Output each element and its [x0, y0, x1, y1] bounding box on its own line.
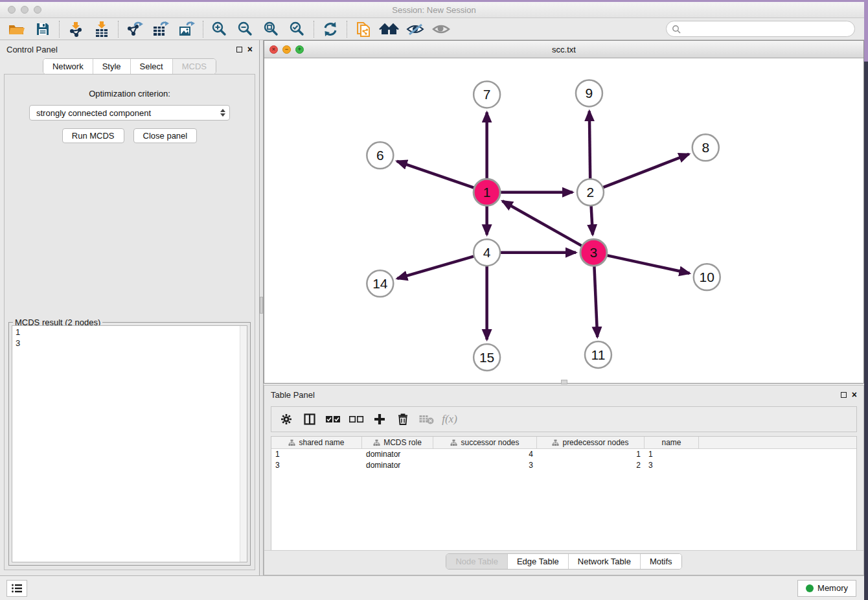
dropdown-stepper-icon [220, 109, 225, 117]
delete-column-button[interactable] [393, 410, 413, 429]
cell-successor-nodes[interactable]: 3 [433, 460, 537, 471]
eye-icon [431, 22, 451, 36]
cell-MCDS-role[interactable]: dominator [362, 449, 433, 460]
import-network-icon [67, 21, 84, 38]
desktop-edge-right [864, 2, 868, 62]
column-header-successor-nodes[interactable]: successor nodes [433, 437, 537, 448]
zoom-selected-button[interactable] [284, 19, 310, 39]
create-column-button[interactable] [370, 410, 389, 429]
graph-node-8[interactable]: 8 [692, 134, 719, 161]
tab-select[interactable]: Select [131, 59, 173, 74]
float-table-panel-icon[interactable] [841, 392, 847, 398]
network-resize-grip[interactable] [561, 380, 567, 384]
refresh-button[interactable] [317, 19, 343, 39]
save-session-button[interactable] [30, 19, 56, 39]
edge-3-10[interactable] [606, 255, 690, 273]
close-panel-button[interactable]: Close panel [133, 128, 198, 143]
memory-status-icon [806, 584, 814, 592]
close-panel-icon[interactable]: × [247, 45, 253, 54]
column-header-shared-name[interactable]: shared name [271, 437, 362, 448]
network-canvas[interactable]: 7968124314101511 [264, 58, 863, 383]
tab-style[interactable]: Style [93, 59, 131, 74]
show-column-button[interactable] [300, 410, 319, 429]
zoom-fit-button[interactable] [258, 19, 284, 39]
graph-node-15[interactable]: 15 [474, 344, 500, 371]
tab-mcds[interactable]: MCDS [173, 59, 216, 74]
cell-predecessor-nodes[interactable]: 1 [537, 449, 645, 460]
column-header-MCDS-role[interactable]: MCDS role [362, 437, 433, 448]
close-table-panel-icon[interactable]: × [852, 390, 857, 399]
column-header-name[interactable]: name [645, 437, 699, 448]
splitter-grip[interactable] [260, 297, 263, 314]
edge-3-11[interactable] [594, 264, 597, 337]
node-label: 1 [483, 185, 491, 200]
deselect-all-columns-button[interactable] [347, 410, 366, 429]
criterion-dropdown[interactable]: strongly connected component [29, 105, 230, 121]
search-field[interactable] [666, 21, 855, 37]
home-view-button[interactable] [376, 19, 402, 39]
edge-1-6[interactable] [397, 161, 475, 189]
tab-node-table[interactable]: Node Table [446, 554, 508, 569]
tab-edge-table[interactable]: Edge Table [508, 554, 569, 569]
cell-name[interactable]: 3 [645, 460, 699, 471]
export-table-button[interactable] [148, 19, 174, 39]
edge-2-3[interactable] [591, 204, 593, 235]
table-row[interactable]: 3dominator323 [271, 460, 856, 471]
edge-2-9[interactable] [589, 111, 590, 180]
tab-network[interactable]: Network [43, 59, 93, 74]
result-scrollbar[interactable] [240, 326, 247, 562]
delete-table-button[interactable] [417, 410, 436, 429]
mcds-result-text[interactable]: 1 3 [12, 325, 247, 562]
graph-node-2[interactable]: 2 [577, 179, 604, 205]
node-label: 7 [483, 87, 491, 102]
zoom-fit-icon [263, 21, 280, 38]
export-image-button[interactable] [174, 19, 200, 39]
graph-node-6[interactable]: 6 [367, 142, 393, 168]
table-tabs: Node TableEdge TableNetwork TableMotifs [264, 550, 863, 575]
table-row[interactable]: 1dominator411 [271, 449, 856, 460]
graph-node-7[interactable]: 7 [474, 81, 500, 108]
table-panel: Table Panel × [264, 385, 864, 575]
hide-selected-button[interactable] [402, 19, 428, 39]
graph-node-10[interactable]: 10 [694, 264, 720, 290]
duplicate-network-button[interactable] [350, 19, 376, 39]
cell-successor-nodes[interactable]: 4 [433, 449, 537, 460]
table-settings-button[interactable] [277, 410, 296, 429]
search-input[interactable] [684, 24, 849, 34]
cell-predecessor-nodes[interactable]: 2 [537, 460, 645, 471]
tab-network-table[interactable]: Network Table [569, 554, 641, 569]
graph-node-14[interactable]: 14 [367, 270, 393, 297]
task-history-button[interactable] [6, 580, 27, 597]
network-graph[interactable]: 7968124314101511 [264, 58, 863, 383]
run-mcds-button[interactable]: Run MCDS [62, 128, 124, 143]
zoom-in-button[interactable] [207, 19, 233, 39]
app-titlebar: Session: New Session [0, 2, 868, 18]
cell-shared-name[interactable]: 3 [271, 460, 362, 471]
graph-node-9[interactable]: 9 [576, 80, 602, 106]
graph-node-11[interactable]: 11 [585, 341, 611, 368]
open-file-button[interactable] [4, 19, 30, 39]
edge-2-8[interactable] [602, 154, 689, 188]
panel-splitter[interactable] [259, 40, 264, 575]
import-network-button[interactable] [63, 19, 89, 39]
select-all-columns-button[interactable] [323, 410, 343, 429]
float-panel-icon[interactable] [236, 47, 242, 52]
column-label: MCDS role [383, 438, 422, 447]
edge-4-14[interactable] [397, 256, 475, 279]
memory-button[interactable]: Memory [797, 580, 856, 597]
graph-node-3[interactable]: 3 [580, 239, 607, 266]
cell-shared-name[interactable]: 1 [271, 449, 362, 460]
import-table-button[interactable] [89, 19, 115, 39]
column-header-predecessor-nodes[interactable]: predecessor nodes [537, 437, 645, 448]
cell-MCDS-role[interactable]: dominator [362, 460, 433, 471]
show-all-button[interactable] [428, 19, 454, 39]
edge-3-1[interactable] [503, 201, 584, 246]
export-network-button[interactable] [122, 19, 148, 39]
graph-node-1[interactable]: 1 [474, 179, 500, 205]
desktop-edge-top [0, 0, 868, 2]
graph-node-4[interactable]: 4 [474, 239, 500, 266]
function-builder-button[interactable]: f(x) [440, 410, 459, 429]
zoom-out-button[interactable] [233, 19, 258, 39]
tab-motifs[interactable]: Motifs [641, 554, 681, 569]
cell-name[interactable]: 1 [645, 449, 699, 460]
